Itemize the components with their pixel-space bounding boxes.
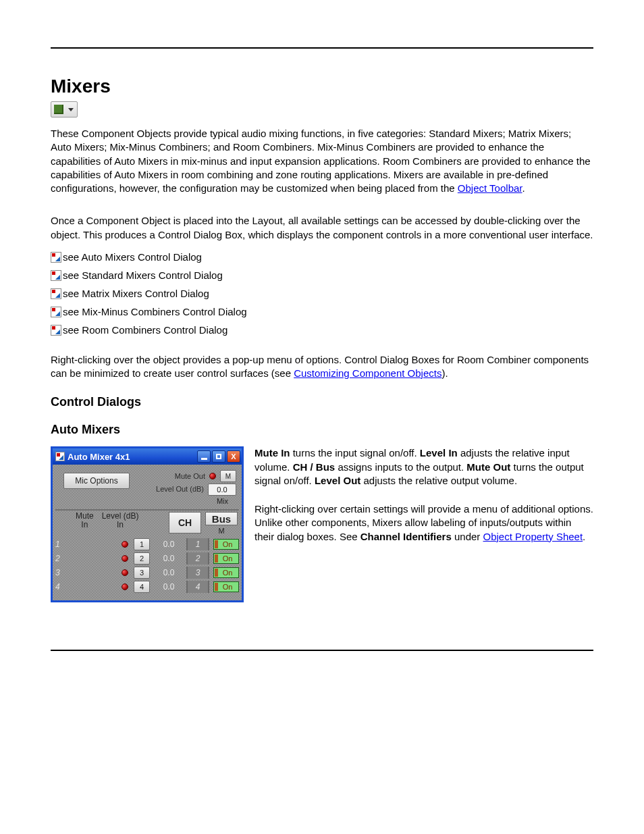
mix-label: Mix [156, 497, 236, 505]
channel-row: 4 4 0.0 4 On [55, 581, 239, 593]
see-item-label: see Standard Mixers Control Dialog [63, 269, 223, 281]
see-item: see Standard Mixers Control Dialog [51, 269, 593, 281]
row-index: 2 [55, 554, 65, 563]
maximize-button[interactable] [212, 450, 225, 463]
auto-mixer-dialog: Auto Mixer 4x1 X Mic Options Mute Out M [51, 446, 244, 602]
paragraph-3-post: ). [441, 367, 448, 379]
minimize-button[interactable] [197, 450, 211, 463]
output-block: Mute Out M Level Out (dB) 0.0 Mix [156, 470, 236, 505]
see-item: see Auto Mixers Control Dialog [51, 251, 593, 263]
see-list: see Auto Mixers Control Dialog see Stand… [51, 251, 593, 336]
see-item: see Matrix Mixers Control Dialog [51, 288, 593, 299]
col-level: Level (dB) In [102, 512, 139, 531]
close-button[interactable]: X [227, 450, 240, 463]
heading-sub-auto: Auto Mixers [51, 423, 593, 437]
mute-out-label: Mute Out [167, 472, 205, 480]
desc2-post: . [583, 531, 585, 542]
col-bus: Bus M [204, 511, 239, 535]
bus-on-label: On [223, 583, 233, 591]
level-out-label: Level Out (dB) [156, 486, 204, 494]
txt-ch-bus: assigns inputs to the output. [335, 461, 466, 473]
desc2-mid: under [452, 531, 483, 542]
channel-index: 2 [186, 552, 209, 565]
see-item-label: see Matrix Mixers Control Dialog [63, 288, 209, 299]
see-item: see Room Combiners Control Dialog [51, 324, 593, 336]
dialog-top-row: Mic Options Mute Out M Level Out (dB) 0.… [53, 465, 242, 506]
channel-row: 1 1 0.0 1 On [55, 538, 239, 550]
see-item-label: see Auto Mixers Control Dialog [63, 251, 202, 263]
paragraph-2: Once a Component Object is placed into t… [51, 214, 593, 242]
col-mute: Mute In [76, 512, 94, 531]
level-in-value[interactable]: 0.0 [155, 568, 182, 577]
level-in-value[interactable]: 0.0 [155, 554, 182, 563]
channel-index: 3 [186, 567, 209, 579]
channel-index: 4 [186, 581, 209, 593]
link-object-property-sheet[interactable]: Object Property Sheet [483, 531, 583, 542]
image-icon [51, 325, 61, 336]
column-headers: Mute In Level (dB) In CH Bus M [53, 511, 242, 535]
term-channel-identifiers: Channel Identifiers [360, 531, 452, 542]
dialog-titlebar[interactable]: Auto Mixer 4x1 X [53, 448, 242, 465]
col-bus-label: Bus [205, 512, 238, 525]
mute-out-led[interactable] [209, 473, 216, 479]
image-icon [51, 252, 61, 263]
intro-paragraph: These Component Objects provide typical … [51, 127, 593, 195]
txt-level-out: adjusts the relative output volume. [360, 475, 517, 486]
see-item-label: see Mix-Minus Combiners Control Dialog [63, 306, 247, 317]
image-icon [51, 288, 61, 299]
image-icon [51, 307, 61, 317]
row-index: 4 [55, 582, 65, 592]
channel-rows: 1 1 0.0 1 On 2 2 0.0 2 [53, 535, 242, 600]
paragraph-3: Right-clicking over the object provides … [51, 353, 593, 381]
level-in-value[interactable]: 0.0 [155, 540, 182, 549]
term-mute-out: Mute Out [466, 461, 510, 473]
mute-in-led[interactable] [122, 583, 128, 590]
mute-in-led[interactable] [122, 569, 128, 576]
term-mute-in: Mute In [254, 447, 290, 459]
two-col: Auto Mixer 4x1 X Mic Options Mute Out M [51, 446, 593, 602]
mute-in-button[interactable]: 1 [134, 538, 150, 550]
term-level-out: Level Out [315, 475, 360, 486]
mute-in-led[interactable] [122, 555, 128, 562]
col-bus-m: M [204, 527, 239, 535]
see-item: see Mix-Minus Combiners Control Dialog [51, 306, 593, 317]
level-in-value[interactable]: 0.0 [155, 582, 182, 592]
mute-in-led[interactable] [122, 541, 128, 548]
level-out-value[interactable]: 0.0 [208, 484, 236, 496]
mute-in-button[interactable]: 4 [134, 581, 150, 593]
description-paragraph-1: Mute In turns the input signal on/off. L… [254, 446, 593, 488]
channel-row: 2 2 0.0 2 On [55, 552, 239, 565]
link-customizing-component-objects[interactable]: Customizing Component Objects [294, 367, 441, 379]
bus-on-label: On [223, 554, 233, 563]
mute-out-row: Mute Out M [156, 470, 236, 482]
app-icon [55, 452, 65, 461]
right-column: Mute In turns the input signal on/off. L… [254, 446, 593, 553]
see-item-label: see Room Combiners Control Dialog [63, 324, 227, 336]
bus-on-button[interactable]: On [213, 567, 239, 578]
term-ch-bus: CH / Bus [293, 461, 336, 473]
mute-in-button[interactable]: 2 [134, 552, 150, 565]
term-level-in: Level In [420, 447, 458, 459]
dialog-title: Auto Mixer 4x1 [68, 452, 196, 462]
bus-on-label: On [223, 569, 233, 577]
page-title: Mixers [51, 76, 593, 97]
col-mute-in: In [76, 521, 94, 529]
description-paragraph-2: Right-clicking over certain settings wil… [254, 502, 593, 544]
mic-options-button[interactable]: Mic Options [63, 473, 130, 489]
bus-on-label: On [223, 540, 233, 548]
bus-on-button[interactable]: On [213, 581, 239, 592]
top-rule [51, 47, 593, 49]
col-ch: CH [169, 512, 201, 533]
txt-mute-in: turns the input signal on/off. [290, 447, 420, 459]
bus-on-button[interactable]: On [213, 553, 239, 564]
mute-in-button[interactable]: 3 [134, 567, 150, 579]
col-level-in: In [102, 521, 139, 529]
dialog-body: Mic Options Mute Out M Level Out (dB) 0.… [53, 465, 242, 600]
channel-row: 3 3 0.0 3 On [55, 567, 239, 579]
channel-index: 1 [186, 538, 209, 550]
row-index: 3 [55, 568, 65, 577]
mute-out-m-button[interactable]: M [220, 470, 236, 482]
link-object-toolbar[interactable]: Object Toolbar [458, 182, 522, 194]
mixer-toolbar-icon [51, 101, 78, 118]
bus-on-button[interactable]: On [213, 539, 239, 550]
